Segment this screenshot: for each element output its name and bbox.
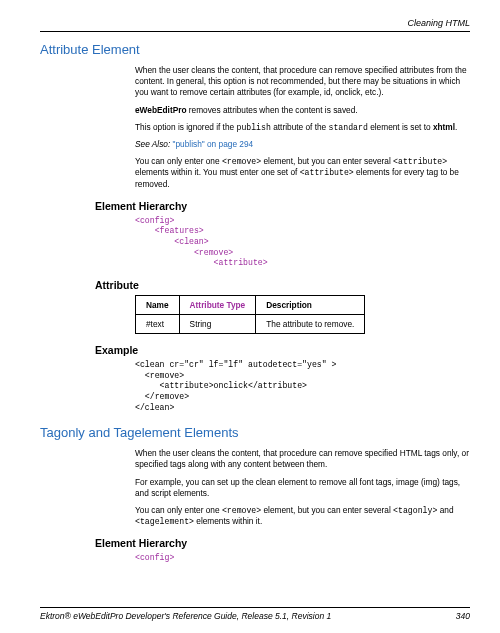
page-footer: Ektron® eWebEditPro Developer's Referenc… (40, 607, 470, 621)
para: When the user cleans the content, that p… (135, 65, 470, 99)
para: eWebEditPro removes attributes when the … (135, 105, 470, 116)
cell-description: The attribute to remove. (256, 314, 365, 333)
example-code: <clean cr="cr" lf="lf" autodetect="yes" … (135, 360, 470, 413)
para: You can only enter one <remove> element,… (135, 156, 470, 190)
heading-example: Example (95, 344, 470, 356)
para: For example, you can set up the clean el… (135, 477, 470, 499)
para: When the user cleans the content, that p… (135, 448, 470, 470)
heading-element-hierarchy-2: Element Hierarchy (95, 537, 470, 549)
para: This option is ignored if the publish at… (135, 122, 470, 133)
cell-type: String (179, 314, 256, 333)
col-attribute-type: Attribute Type (179, 295, 256, 314)
table-row: Name Attribute Type Description (136, 295, 365, 314)
table-row: #text String The attribute to remove. (136, 314, 365, 333)
heading-element-hierarchy: Element Hierarchy (95, 200, 470, 212)
section-title-attribute-element: Attribute Element (40, 42, 470, 57)
heading-attribute: Attribute (95, 279, 470, 291)
page-number: 340 (456, 611, 470, 621)
cell-name: #text (136, 314, 180, 333)
header-rule (40, 31, 470, 32)
col-description: Description (256, 295, 365, 314)
attribute-table: Name Attribute Type Description #text St… (135, 295, 365, 334)
see-also: See Also: "publish" on page 294 (135, 139, 470, 150)
col-name: Name (136, 295, 180, 314)
section-title-tagonly-tagelement: Tagonly and Tagelement Elements (40, 425, 470, 440)
running-header: Cleaning HTML (40, 18, 470, 28)
hierarchy-code: <config> <features> <clean> <remove> <at… (135, 216, 470, 269)
hierarchy-code-2: <config> (135, 553, 470, 564)
para: You can only enter one <remove> element,… (135, 505, 470, 527)
footer-title: Ektron® eWebEditPro Developer's Referenc… (40, 611, 331, 621)
